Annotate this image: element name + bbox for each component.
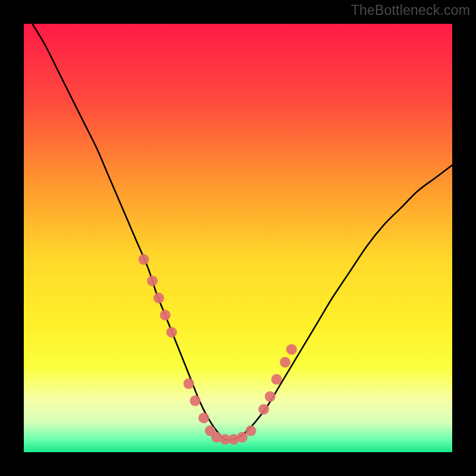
svg-rect-0 — [24, 24, 452, 452]
watermark-label: TheBottleneck.com — [351, 2, 470, 18]
gradient-background — [24, 24, 452, 452]
chart-frame: TheBottleneck.com — [0, 0, 476, 476]
plot-area — [24, 24, 452, 452]
